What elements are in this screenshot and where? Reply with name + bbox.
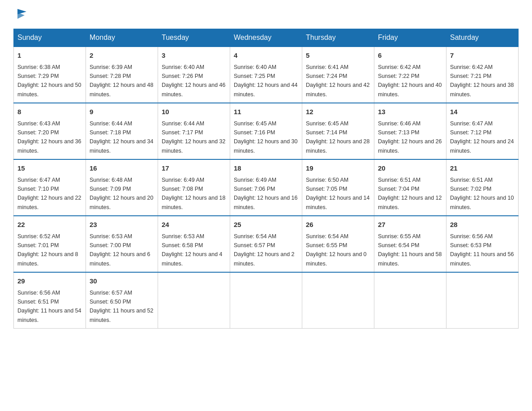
day-info: Sunrise: 6:38 AMSunset: 7:29 PMDaylight:…	[17, 64, 81, 98]
day-number: 19	[306, 163, 370, 174]
calendar-cell: 28Sunrise: 6:56 AMSunset: 6:53 PMDayligh…	[446, 216, 519, 272]
calendar-cell: 30Sunrise: 6:57 AMSunset: 6:50 PMDayligh…	[86, 272, 158, 329]
day-info: Sunrise: 6:56 AMSunset: 6:51 PMDaylight:…	[17, 290, 81, 323]
day-number: 12	[306, 107, 370, 117]
calendar-cell	[302, 272, 374, 329]
calendar-cell: 2Sunrise: 6:39 AMSunset: 7:28 PMDaylight…	[86, 47, 158, 103]
calendar-cell	[230, 272, 302, 329]
calendar-cell: 12Sunrise: 6:45 AMSunset: 7:14 PMDayligh…	[302, 103, 374, 159]
column-header-thursday: Thursday	[302, 29, 374, 47]
day-number: 1	[17, 51, 82, 61]
day-number: 4	[234, 51, 298, 61]
calendar-cell: 7Sunrise: 6:42 AMSunset: 7:21 PMDaylight…	[446, 47, 519, 103]
calendar-cell: 16Sunrise: 6:48 AMSunset: 7:09 PMDayligh…	[86, 159, 158, 216]
day-number: 15	[17, 163, 82, 174]
calendar-cell	[446, 272, 519, 329]
svg-marker-1	[17, 13, 25, 19]
calendar-cell	[158, 272, 230, 329]
calendar-cell: 8Sunrise: 6:43 AMSunset: 7:20 PMDaylight…	[14, 103, 86, 159]
calendar-cell: 27Sunrise: 6:55 AMSunset: 6:54 PMDayligh…	[374, 216, 446, 272]
calendar-week-row: 1Sunrise: 6:38 AMSunset: 7:29 PMDaylight…	[14, 47, 519, 103]
day-number: 11	[234, 107, 298, 117]
calendar-week-row: 15Sunrise: 6:47 AMSunset: 7:10 PMDayligh…	[14, 159, 519, 216]
day-number: 18	[234, 163, 298, 174]
day-number: 17	[162, 163, 226, 174]
calendar-cell: 24Sunrise: 6:53 AMSunset: 6:58 PMDayligh…	[158, 216, 230, 272]
day-info: Sunrise: 6:49 AMSunset: 7:06 PMDaylight:…	[234, 177, 297, 210]
day-number: 13	[378, 107, 442, 117]
column-header-sunday: Sunday	[14, 29, 86, 47]
day-number: 7	[450, 51, 515, 61]
calendar-cell: 10Sunrise: 6:44 AMSunset: 7:17 PMDayligh…	[158, 103, 230, 159]
calendar-cell: 25Sunrise: 6:54 AMSunset: 6:57 PMDayligh…	[230, 216, 302, 272]
calendar-cell: 22Sunrise: 6:52 AMSunset: 7:01 PMDayligh…	[14, 216, 86, 272]
day-number: 10	[162, 107, 226, 117]
day-info: Sunrise: 6:55 AMSunset: 6:54 PMDaylight:…	[378, 233, 442, 267]
day-info: Sunrise: 6:48 AMSunset: 7:09 PMDaylight:…	[90, 177, 153, 210]
calendar-cell: 20Sunrise: 6:51 AMSunset: 7:04 PMDayligh…	[374, 159, 446, 216]
day-number: 14	[450, 107, 515, 117]
day-info: Sunrise: 6:40 AMSunset: 7:25 PMDaylight:…	[234, 64, 297, 98]
day-info: Sunrise: 6:53 AMSunset: 6:58 PMDaylight:…	[162, 233, 223, 267]
calendar-cell: 15Sunrise: 6:47 AMSunset: 7:10 PMDayligh…	[14, 159, 86, 216]
logo-flag-icon	[15, 7, 29, 21]
column-header-friday: Friday	[374, 29, 446, 47]
day-info: Sunrise: 6:50 AMSunset: 7:05 PMDaylight:…	[306, 177, 369, 210]
calendar-cell: 9Sunrise: 6:44 AMSunset: 7:18 PMDaylight…	[86, 103, 158, 159]
day-info: Sunrise: 6:47 AMSunset: 7:10 PMDaylight:…	[17, 177, 81, 210]
calendar-cell: 13Sunrise: 6:46 AMSunset: 7:13 PMDayligh…	[374, 103, 446, 159]
day-number: 21	[450, 163, 515, 174]
calendar-table: SundayMondayTuesdayWednesdayThursdayFrid…	[13, 29, 519, 329]
day-number: 24	[162, 220, 226, 230]
calendar-cell: 11Sunrise: 6:45 AMSunset: 7:16 PMDayligh…	[230, 103, 302, 159]
day-info: Sunrise: 6:53 AMSunset: 7:00 PMDaylight:…	[90, 233, 150, 267]
calendar-cell: 29Sunrise: 6:56 AMSunset: 6:51 PMDayligh…	[14, 272, 86, 329]
day-number: 26	[306, 220, 370, 230]
column-header-saturday: Saturday	[446, 29, 519, 47]
calendar-week-row: 8Sunrise: 6:43 AMSunset: 7:20 PMDaylight…	[14, 103, 519, 159]
calendar-cell: 4Sunrise: 6:40 AMSunset: 7:25 PMDaylight…	[230, 47, 302, 103]
day-number: 3	[162, 51, 226, 61]
day-info: Sunrise: 6:54 AMSunset: 6:57 PMDaylight:…	[234, 233, 295, 267]
calendar-week-row: 29Sunrise: 6:56 AMSunset: 6:51 PMDayligh…	[14, 272, 519, 329]
day-info: Sunrise: 6:45 AMSunset: 7:16 PMDaylight:…	[234, 120, 297, 154]
calendar-cell: 3Sunrise: 6:40 AMSunset: 7:26 PMDaylight…	[158, 47, 230, 103]
day-info: Sunrise: 6:56 AMSunset: 6:53 PMDaylight:…	[450, 233, 514, 267]
day-info: Sunrise: 6:54 AMSunset: 6:55 PMDaylight:…	[306, 233, 367, 267]
day-info: Sunrise: 6:40 AMSunset: 7:26 PMDaylight:…	[162, 64, 225, 98]
calendar-cell: 17Sunrise: 6:49 AMSunset: 7:08 PMDayligh…	[158, 159, 230, 216]
day-info: Sunrise: 6:42 AMSunset: 7:21 PMDaylight:…	[450, 64, 514, 98]
day-number: 27	[378, 220, 442, 230]
day-info: Sunrise: 6:44 AMSunset: 7:18 PMDaylight:…	[90, 120, 153, 154]
calendar-header-row: SundayMondayTuesdayWednesdayThursdayFrid…	[14, 29, 519, 47]
day-info: Sunrise: 6:51 AMSunset: 7:04 PMDaylight:…	[378, 177, 442, 210]
day-number: 29	[17, 276, 82, 287]
calendar-cell: 6Sunrise: 6:42 AMSunset: 7:22 PMDaylight…	[374, 47, 446, 103]
day-number: 8	[17, 107, 82, 117]
calendar-cell: 21Sunrise: 6:51 AMSunset: 7:02 PMDayligh…	[446, 159, 519, 216]
day-number: 22	[17, 220, 82, 230]
day-info: Sunrise: 6:49 AMSunset: 7:08 PMDaylight:…	[162, 177, 225, 210]
day-number: 28	[450, 220, 515, 230]
day-info: Sunrise: 6:44 AMSunset: 7:17 PMDaylight:…	[162, 120, 225, 154]
day-info: Sunrise: 6:47 AMSunset: 7:12 PMDaylight:…	[450, 120, 514, 154]
calendar-cell	[374, 272, 446, 329]
calendar-cell: 26Sunrise: 6:54 AMSunset: 6:55 PMDayligh…	[302, 216, 374, 272]
calendar-cell: 19Sunrise: 6:50 AMSunset: 7:05 PMDayligh…	[302, 159, 374, 216]
day-number: 6	[378, 51, 442, 61]
calendar-cell: 1Sunrise: 6:38 AMSunset: 7:29 PMDaylight…	[14, 47, 86, 103]
day-number: 20	[378, 163, 442, 174]
calendar-cell: 23Sunrise: 6:53 AMSunset: 7:00 PMDayligh…	[86, 216, 158, 272]
day-info: Sunrise: 6:45 AMSunset: 7:14 PMDaylight:…	[306, 120, 369, 154]
page-header	[13, 9, 519, 20]
day-number: 16	[90, 163, 154, 174]
day-info: Sunrise: 6:43 AMSunset: 7:20 PMDaylight:…	[17, 120, 81, 154]
calendar-cell: 18Sunrise: 6:49 AMSunset: 7:06 PMDayligh…	[230, 159, 302, 216]
day-number: 23	[90, 220, 154, 230]
day-info: Sunrise: 6:46 AMSunset: 7:13 PMDaylight:…	[378, 120, 442, 154]
day-number: 30	[90, 276, 154, 287]
column-header-wednesday: Wednesday	[230, 29, 302, 47]
column-header-monday: Monday	[86, 29, 158, 47]
day-info: Sunrise: 6:39 AMSunset: 7:28 PMDaylight:…	[90, 64, 153, 98]
day-info: Sunrise: 6:42 AMSunset: 7:22 PMDaylight:…	[378, 64, 442, 98]
